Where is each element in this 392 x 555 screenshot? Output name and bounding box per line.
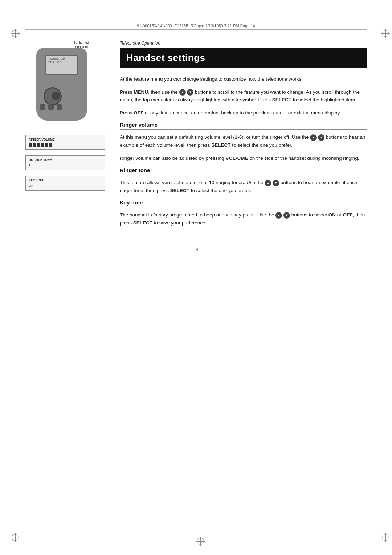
key-tone-box: KEY TONE ON: [25, 176, 105, 190]
ringer-tone-para-1: This feature allows you to choose one of…: [120, 179, 367, 194]
vol-bar-3: [37, 143, 40, 147]
intro-para-2: Press MENU, then use the buttons to scro…: [120, 88, 367, 104]
nav-up-icon-2: [310, 134, 317, 141]
nav-up-icon-4: [275, 212, 282, 219]
page-container: 91-000153-041-000_E1225B_RO.qxd 2/13/195…: [0, 0, 392, 555]
intro-para-3: Press OFF at any time to cancel an opera…: [120, 109, 367, 117]
vol-bar-4: [41, 143, 44, 147]
cross-mark-tr: [381, 29, 390, 38]
vol-bar-2: [33, 143, 36, 147]
section-title: Handset settings: [120, 48, 367, 68]
outside-tone-title: OUTSIDE TONE: [29, 158, 102, 162]
cross-circle-br: [382, 534, 389, 541]
key-tone-value: ON: [29, 184, 34, 187]
key-tone-para-1: The handset is factory programmed to bee…: [120, 211, 367, 227]
page-number: 14: [25, 247, 367, 252]
outside-tone-value: 1: [29, 163, 30, 167]
phone-btn-left: [40, 104, 45, 110]
intro-para-1: At the feature menu you can change setti…: [120, 75, 367, 83]
header-line: 91-000153-041-000_E1225B_RO.qxd 2/13/195…: [25, 22, 367, 30]
ringer-volume-heading: Ringer volume: [120, 122, 367, 130]
cross-mark-tl: [11, 29, 20, 38]
ringer-volume-box: RINGER VOLUME: [25, 135, 105, 150]
phone-screen: > DIRECTORYCALL LOG: [45, 55, 78, 75]
cross-circle-bc: [197, 538, 204, 545]
key-tone-heading: Key tone: [120, 199, 367, 207]
phone-body: > DIRECTORYCALL LOG: [36, 48, 87, 121]
ringer-tone-heading: Ringer tone: [120, 167, 367, 175]
vol-bar-6: [49, 143, 52, 147]
nav-up-icon-1: [179, 89, 186, 96]
phone-btn-right: [57, 104, 62, 110]
volume-bars: [29, 143, 102, 147]
cross-circle-bl: [12, 534, 19, 541]
left-column: Highlighted menu item > DIRECTORYCALL LO…: [25, 41, 105, 232]
cross-mark-br: [381, 533, 390, 542]
vol-bar-5: [45, 143, 48, 147]
nav-up-icon-3: [265, 180, 271, 186]
phone-diagram: Highlighted menu item > DIRECTORYCALL LO…: [25, 41, 98, 124]
key-tone-title: KEY TONE: [29, 178, 102, 183]
file-info: 91-000153-041-000_E1225B_RO.qxd 2/13/195…: [137, 24, 255, 28]
cross-circle-tr: [382, 30, 389, 37]
cross-mark-bl: [11, 533, 20, 542]
main-layout: Highlighted menu item > DIRECTORYCALL LO…: [25, 41, 367, 232]
phone-btn-mid: [48, 104, 54, 110]
cross-mark-bc: [196, 537, 205, 546]
cross-circle-tl: [12, 30, 19, 37]
phone-bottom-buttons: [40, 104, 62, 110]
subtitle: Telephone Operation: [120, 41, 367, 46]
phone-center-button: [52, 92, 60, 100]
nav-down-icon-4: [283, 212, 290, 219]
nav-down-icon-2: [318, 134, 324, 141]
ringer-volume-para-2: Ringer volume can also be adjusted by pr…: [120, 154, 367, 162]
phone-screen-text: > DIRECTORYCALL LOG: [46, 56, 77, 66]
ringer-volume-title: RINGER VOLUME: [29, 138, 102, 142]
ringer-volume-para-1: At this menu you can set a default ring …: [120, 133, 367, 149]
right-column: Telephone Operation Handset settings At …: [120, 41, 367, 232]
nav-down-icon-3: [273, 180, 279, 186]
outside-tone-box: OUTSIDE TONE 1: [25, 155, 105, 170]
vol-bar-1: [29, 143, 32, 147]
nav-down-icon-1: [187, 89, 193, 96]
